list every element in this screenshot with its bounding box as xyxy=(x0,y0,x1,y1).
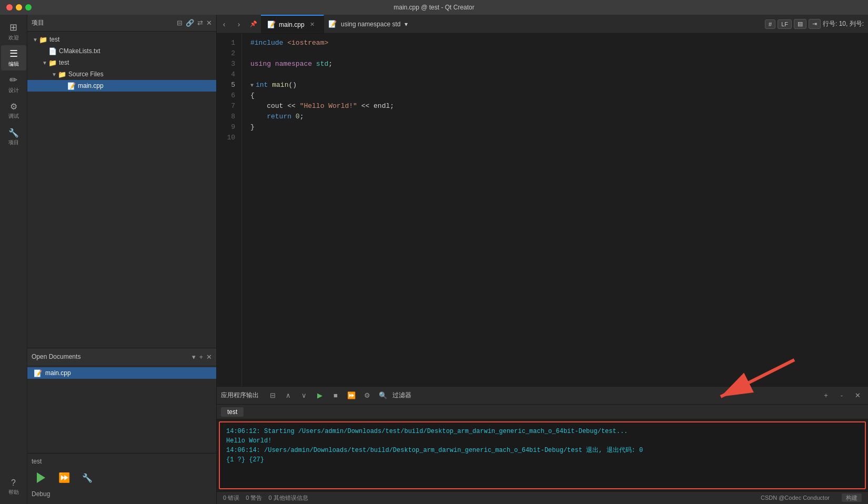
file-panel-header-icons: ⊟ 🔗 ⇄ ✕ xyxy=(177,19,212,27)
sidebar-item-welcome[interactable]: ⊞ 欢迎 xyxy=(1,19,26,44)
tab-right-label: using namespace std xyxy=(341,21,400,28)
debug-side-section: test ⏩ 🔧 Debug xyxy=(27,453,216,504)
output-layout-btn[interactable]: ⊟ xyxy=(266,390,279,401)
code-editor[interactable]: 1 2 3 4 5 6 7 8 9 10 #include <iostream>… xyxy=(217,34,868,386)
welcome-icon: ⊞ xyxy=(9,22,17,33)
tree-item-test-folder[interactable]: ▼ 📁 test xyxy=(27,57,216,68)
output-tab-test[interactable]: test xyxy=(221,407,244,417)
file-panel-title: 项目 xyxy=(32,18,44,27)
output-up-btn[interactable]: ∧ xyxy=(282,390,295,401)
output-line-3: 14:06:14: /Users/admin/Downloads/test/bu… xyxy=(226,446,859,455)
maximize-button[interactable] xyxy=(25,4,32,11)
line-num-2: 2 xyxy=(217,48,235,59)
tree-item-main-cpp[interactable]: 📝 main.cpp xyxy=(27,80,216,92)
code-line-7: cout << "Hello World!" << endl; xyxy=(250,101,860,112)
tree-item-source-files[interactable]: ▼ 📁 Source Files xyxy=(27,68,216,80)
output-close-panel-btn[interactable]: ✕ xyxy=(851,390,864,401)
close-button[interactable] xyxy=(6,4,13,11)
source-folder-icon: 📁 xyxy=(58,70,66,78)
tree-label-test-folder: test xyxy=(59,59,69,66)
sidebar-item-design[interactable]: ✏ 设计 xyxy=(1,72,26,97)
output-collapse-btn[interactable]: - xyxy=(835,390,848,401)
line-num-7: 7 xyxy=(217,101,235,112)
open-docs-close-icon[interactable]: ✕ xyxy=(206,353,212,361)
output-step-btn[interactable]: ⏩ xyxy=(345,390,358,401)
tree-item-cmakelists[interactable]: 📄 CMakeLists.txt xyxy=(27,45,216,57)
minimize-button[interactable] xyxy=(16,4,22,11)
chevron-right-icon: › xyxy=(238,20,240,28)
chevron-left-icon: ‹ xyxy=(223,20,226,28)
tab-bar: ‹ › 📌 📝 main.cpp ✕ 📝 using namespace std… xyxy=(217,15,868,34)
debug-icon: ⚙ xyxy=(10,102,17,112)
open-docs-header: Open Documents ▾ + ✕ xyxy=(27,348,216,365)
hash-btn[interactable]: # xyxy=(765,19,775,29)
line-num-10: 10 xyxy=(217,133,235,143)
build-settings-button[interactable]: 🔧 xyxy=(78,468,97,487)
other-count: 0 其他错误信息 xyxy=(268,494,308,502)
line-col-text: 行号: 10, 列号: xyxy=(823,19,864,28)
run-fast-button[interactable]: ⏩ xyxy=(55,468,74,487)
output-expand-btn[interactable]: + xyxy=(820,390,832,401)
output-stop-btn[interactable]: ■ xyxy=(329,390,342,401)
tab-nav-fwd[interactable]: › xyxy=(231,15,246,33)
output-run-btn[interactable]: ▶ xyxy=(314,390,326,401)
link-icon[interactable]: 🔗 xyxy=(186,19,194,27)
sidebar-item-debug[interactable]: ⚙ 调试 xyxy=(1,98,26,123)
sidebar-label-design: 设计 xyxy=(8,87,19,94)
sidebar-label-help: 帮助 xyxy=(8,489,19,496)
code-line-6: { xyxy=(250,90,860,101)
open-docs-title: Open Documents xyxy=(32,353,80,360)
output-line-2: Hello World! xyxy=(226,436,859,446)
edit-icon: ☰ xyxy=(9,48,18,59)
share-btn[interactable]: ⇥ xyxy=(809,19,821,29)
output-settings-btn[interactable]: ⚙ xyxy=(361,390,374,401)
filter-icon[interactable]: ⊟ xyxy=(177,19,183,27)
output-down-btn[interactable]: ∨ xyxy=(298,390,310,401)
window-controls[interactable] xyxy=(6,4,32,11)
build-button[interactable]: 构建 xyxy=(842,493,862,502)
tab-pin-btn[interactable]: 📌 xyxy=(246,15,261,33)
tree-label-cmakelists: CMakeLists.txt xyxy=(59,47,100,55)
run-button[interactable] xyxy=(32,468,51,487)
tab-nav-back[interactable]: ‹ xyxy=(217,15,231,33)
open-doc-label: main.cpp xyxy=(45,369,71,377)
tree-item-test-root[interactable]: ▼ 📁 test xyxy=(27,34,216,45)
sidebar-label-welcome: 欢迎 xyxy=(8,34,19,42)
open-docs-list: 📝 main.cpp xyxy=(27,365,216,453)
tab-main-cpp[interactable]: 📝 main.cpp ✕ xyxy=(261,15,324,33)
format-btn[interactable]: ▤ xyxy=(794,19,806,29)
open-docs-header-icons: ▾ + ✕ xyxy=(192,353,212,361)
sidebar-item-edit[interactable]: ☰ 编辑 xyxy=(1,45,26,70)
output-content: 14:06:12: Starting /Users/admin/Download… xyxy=(219,421,866,489)
open-doc-main-cpp[interactable]: 📝 main.cpp xyxy=(27,367,216,379)
open-docs-add-icon[interactable]: + xyxy=(199,353,203,361)
warning-count: 0 警告 xyxy=(246,494,262,502)
output-search-btn[interactable]: 🔍 xyxy=(377,390,389,401)
output-panel: 应用程序输出 ⊟ ∧ ∨ ▶ ■ ⏩ ⚙ 🔍 过滤器 + - ✕ test 14… xyxy=(217,386,868,491)
tab-label: main.cpp xyxy=(279,21,305,28)
code-line-1: #include <iostream> xyxy=(250,38,860,48)
close-panel-icon[interactable]: ✕ xyxy=(206,19,212,27)
line-numbers: 1 2 3 4 5 6 7 8 9 10 xyxy=(217,34,242,386)
line-num-4: 4 xyxy=(217,69,235,80)
line-num-8: 8 xyxy=(217,112,235,122)
window-title: main.cpp @ test - Qt Creator xyxy=(393,4,475,11)
sidebar-label-debug: 调试 xyxy=(8,113,19,120)
code-line-5: ▼int main() xyxy=(250,80,860,90)
line-num-3: 3 xyxy=(217,59,235,69)
content-area: ‹ › 📌 📝 main.cpp ✕ 📝 using namespace std… xyxy=(217,15,868,504)
folder-icon: 📁 xyxy=(39,36,47,44)
sync-icon[interactable]: ⇄ xyxy=(197,19,203,27)
bottom-bar-left: 0 错误 0 警告 0 其他错误信息 xyxy=(223,494,308,502)
line-num-9: 9 xyxy=(217,122,235,133)
file-tree: ▼ 📁 test 📄 CMakeLists.txt ▼ 📁 test xyxy=(27,32,216,348)
open-docs-menu-icon[interactable]: ▾ xyxy=(192,353,196,361)
tab-right-dropdown-icon[interactable]: ▾ xyxy=(405,21,408,28)
sidebar-item-help[interactable]: ? 帮助 xyxy=(1,475,26,500)
error-count: 0 错误 xyxy=(223,494,239,502)
tab-close-icon[interactable]: ✕ xyxy=(310,21,315,28)
code-content[interactable]: #include <iostream> using namespace std;… xyxy=(242,34,868,386)
expand-arrow-source-files: ▼ xyxy=(51,72,58,77)
sidebar-item-project[interactable]: 🔧 项目 xyxy=(1,124,26,149)
encoding-btn[interactable]: LF xyxy=(778,19,792,29)
